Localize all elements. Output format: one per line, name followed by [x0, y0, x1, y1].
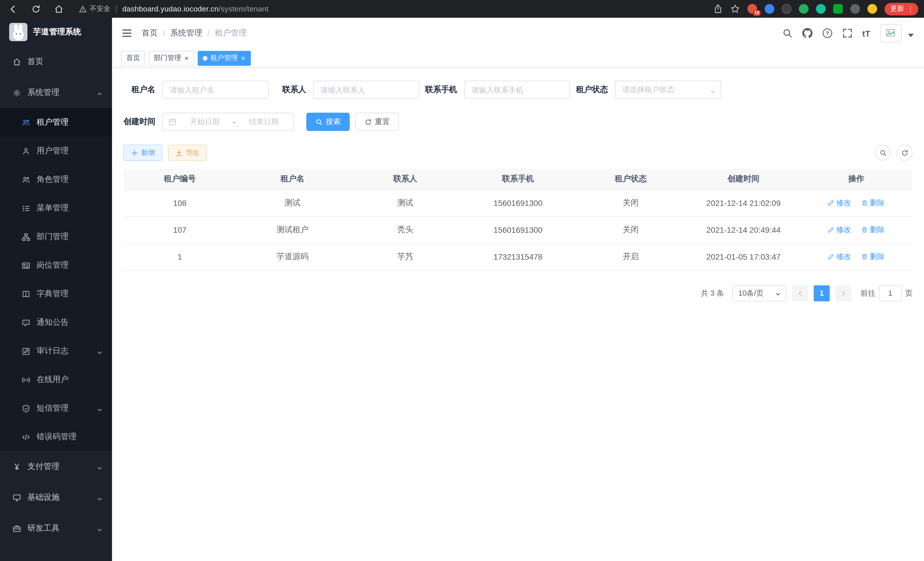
extension-icon-8[interactable] [867, 4, 877, 14]
filter-phone: 联系手机 [425, 81, 570, 99]
top-navbar: 首页 / 系统管理 / 租户管理 ? [112, 18, 924, 49]
breadcrumb-system[interactable]: 系统管理 [170, 28, 202, 38]
search-button[interactable]: 搜索 [306, 113, 350, 131]
font-size-icon[interactable]: tT [862, 29, 870, 38]
extension-icon-4[interactable] [799, 4, 808, 14]
tab-label: 部门管理 [154, 53, 181, 63]
export-button-label: 导出 [186, 148, 200, 158]
cell-status: 关闭 [574, 216, 687, 243]
avatar[interactable] [880, 24, 902, 42]
table-row: 107 测试租户 秃头 15601691300 关闭 2021-12-14 20… [123, 216, 913, 243]
delete-button-label: 删除 [870, 224, 885, 235]
extension-icon-7[interactable] [850, 4, 860, 14]
export-button[interactable]: 导出 [168, 145, 207, 161]
pagination-goto: 前往 页 [861, 285, 913, 301]
sidebar-item-tenant-management[interactable]: 租户管理 [0, 108, 112, 137]
edit-button[interactable]: 修改 [828, 198, 851, 208]
calendar-icon [169, 118, 177, 126]
delete-button[interactable]: 删除 [861, 224, 885, 235]
add-button[interactable]: 新增 [123, 145, 162, 161]
extension-icon-1[interactable]: 10 [747, 4, 757, 14]
github-icon[interactable] [802, 28, 813, 38]
delete-button[interactable]: 删除 [861, 198, 885, 208]
sidebar-item-dept-management[interactable]: 部门管理 [0, 223, 112, 251]
tab-tenant-management[interactable]: 租户管理 × [198, 51, 251, 65]
table-row: 1 芋道源码 芋艿 17321315478 开启 2021-01-05 17:0… [123, 243, 913, 270]
page-size-select[interactable]: 10条/页 [732, 285, 786, 301]
tags-view-bar: 首页 部门管理 × 租户管理 × [112, 49, 924, 68]
page-size-value: 10条/页 [738, 288, 764, 298]
sidebar-item-notice[interactable]: 通知公告 [0, 308, 112, 337]
yen-icon [13, 462, 21, 471]
edit-button[interactable]: 修改 [828, 224, 851, 235]
prev-page-button[interactable] [792, 285, 808, 301]
cell-created-at: 2021-01-05 17:03:47 [687, 243, 800, 270]
sidebar-item-system[interactable]: 系统管理 [0, 77, 112, 108]
help-icon[interactable]: ? [822, 28, 832, 38]
sidebar: 芋道管理系统 首页 系统管理 租户管理 用户管理 [0, 18, 112, 561]
share-icon[interactable] [713, 4, 723, 14]
bookmark-star-icon[interactable] [730, 4, 740, 14]
address-bar[interactable]: 不安全 dashboard.yudao.iocoder.cn/system/te… [79, 4, 713, 14]
refresh-table-button[interactable] [897, 145, 913, 161]
browser-menu-icon[interactable]: ⋮ [907, 5, 914, 13]
active-tab-dot [203, 56, 207, 60]
next-page-button[interactable] [836, 285, 851, 301]
search-icon[interactable] [782, 28, 793, 38]
sidebar-item-audit-log[interactable]: 审计日志 [0, 337, 112, 365]
cell-contact: 秃头 [349, 216, 462, 243]
sidebar-item-post-management[interactable]: 岗位管理 [0, 251, 112, 280]
filter-contact: 联系人 [274, 81, 419, 99]
sidebar-item-dict-management[interactable]: 字典管理 [0, 280, 112, 308]
close-icon[interactable]: × [184, 55, 189, 62]
reset-button[interactable]: 重置 [356, 113, 399, 131]
sidebar-item-role-management[interactable]: 角色管理 [0, 165, 112, 194]
phone-input[interactable] [464, 81, 570, 99]
delete-button[interactable]: 删除 [861, 251, 885, 262]
toggle-search-button[interactable] [875, 145, 891, 161]
date-range-picker[interactable]: 开始日期 - 结束日期 [162, 113, 294, 131]
browser-update-button[interactable]: 更新 ⋮ [885, 3, 918, 15]
sidebar-item-infrastructure[interactable]: 基础设施 [0, 482, 112, 513]
badge-icon [22, 261, 30, 270]
col-status: 租户状态 [574, 169, 687, 189]
extension-icon-5[interactable] [816, 4, 826, 14]
code-icon [22, 433, 30, 441]
table-tools [875, 145, 913, 161]
sidebar-item-menu-management[interactable]: 菜单管理 [0, 194, 112, 223]
sidebar-item-sms-management[interactable]: 短信管理 [0, 394, 112, 423]
system-submenu: 租户管理 用户管理 角色管理 菜单管理 部门管理 [0, 108, 112, 451]
fullscreen-icon[interactable] [842, 28, 853, 38]
sidebar-item-label: 角色管理 [37, 174, 69, 185]
hamburger-icon[interactable] [121, 27, 133, 39]
gear-icon [13, 88, 21, 97]
contact-input[interactable] [313, 81, 419, 99]
chevron-right-icon [840, 290, 847, 296]
status-select[interactable]: 请选择租户状态 [615, 81, 721, 99]
extension-icon-2[interactable] [765, 4, 774, 14]
close-icon[interactable]: × [241, 55, 246, 62]
tab-dept-management[interactable]: 部门管理 × [148, 51, 194, 65]
home-icon[interactable] [54, 4, 64, 14]
sidebar-item-label: 用户管理 [37, 146, 69, 156]
tenant-name-input[interactable] [162, 81, 268, 99]
sidebar-logo[interactable]: 芋道管理系统 [0, 18, 112, 46]
goto-page-input[interactable] [879, 285, 902, 301]
sidebar-item-dev-tools[interactable]: 研发工具 [0, 513, 112, 544]
sidebar-item-payment[interactable]: 支付管理 [0, 451, 112, 482]
extension-icon-3[interactable] [782, 4, 791, 14]
tab-home[interactable]: 首页 [121, 51, 145, 65]
extension-icon-6[interactable] [833, 4, 843, 14]
page-number-1[interactable]: 1 [814, 285, 830, 301]
reload-icon[interactable] [31, 4, 41, 14]
breadcrumb-home[interactable]: 首页 [142, 28, 158, 38]
sidebar-item-home[interactable]: 首页 [0, 46, 112, 77]
sidebar-item-online-users[interactable]: 在线用户 [0, 365, 112, 394]
goto-label: 前往 [861, 288, 875, 298]
caret-down-icon[interactable] [908, 30, 914, 36]
sidebar-item-user-management[interactable]: 用户管理 [0, 137, 112, 165]
edit-button[interactable]: 修改 [828, 251, 851, 262]
phone-label: 联系手机 [425, 85, 464, 95]
sidebar-item-error-code[interactable]: 错误码管理 [0, 423, 112, 451]
back-icon[interactable] [8, 4, 18, 14]
